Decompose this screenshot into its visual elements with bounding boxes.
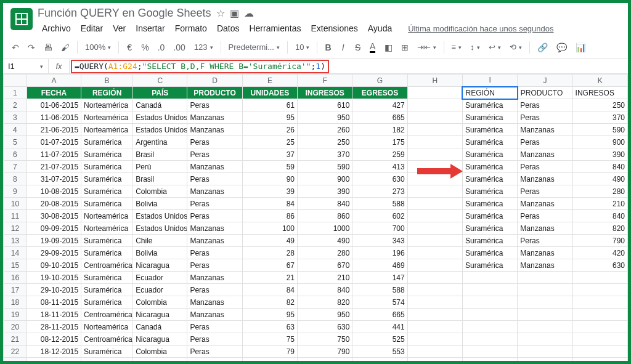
cell-J5[interactable]: Peras bbox=[518, 136, 572, 148]
cell-F23[interactable]: 420 bbox=[298, 358, 352, 365]
cell-E17[interactable]: 84 bbox=[242, 284, 297, 296]
cell-J19[interactable] bbox=[518, 309, 572, 321]
cell-C7[interactable]: Perú bbox=[133, 161, 187, 173]
cell-H23[interactable] bbox=[407, 358, 462, 365]
cell-E16[interactable]: 21 bbox=[242, 272, 297, 284]
cell-K22[interactable] bbox=[572, 346, 627, 358]
cell-K8[interactable]: 490 bbox=[572, 173, 627, 185]
cell-E10[interactable]: 84 bbox=[242, 198, 297, 210]
cell-C10[interactable]: Bolivia bbox=[133, 198, 187, 210]
menu-insertar[interactable]: Insertar bbox=[131, 21, 169, 36]
cell-H6[interactable] bbox=[407, 148, 462, 161]
cell-D14[interactable]: Peras bbox=[187, 247, 242, 259]
cell-F4[interactable]: 260 bbox=[298, 124, 352, 136]
cell-I13[interactable]: Suramérica bbox=[462, 235, 517, 247]
cell-F9[interactable]: 390 bbox=[298, 185, 352, 198]
cell-K23[interactable] bbox=[572, 358, 627, 365]
cell-B22[interactable]: Suramérica bbox=[81, 346, 133, 358]
cell-F18[interactable]: 820 bbox=[298, 296, 352, 309]
cell-I9[interactable]: Suramérica bbox=[462, 185, 517, 198]
cell-G12[interactable]: 700 bbox=[352, 222, 407, 235]
cell-K16[interactable] bbox=[572, 272, 627, 284]
cell-C23[interactable]: Ecuador bbox=[133, 358, 187, 365]
name-box[interactable]: I1 bbox=[3, 59, 49, 73]
cell-D15[interactable]: Peras bbox=[187, 259, 242, 272]
cell-C6[interactable]: Brasil bbox=[133, 148, 187, 161]
cell-I3[interactable]: Suramérica bbox=[462, 111, 517, 124]
currency-icon[interactable]: € bbox=[123, 40, 136, 55]
decimal-increase-icon[interactable]: .00 bbox=[169, 40, 189, 55]
cell-H15[interactable] bbox=[407, 259, 462, 272]
cell-B23[interactable]: Suramérica bbox=[81, 358, 133, 365]
cell-D11[interactable]: Peras bbox=[187, 210, 242, 222]
row-header-21[interactable]: 21 bbox=[4, 333, 27, 346]
cell-I22[interactable] bbox=[462, 346, 517, 358]
cell-H9[interactable] bbox=[407, 185, 462, 198]
cell-A2[interactable]: 01-06-2015 bbox=[26, 99, 81, 111]
cell-F2[interactable]: 610 bbox=[298, 99, 352, 111]
cell-F7[interactable]: 590 bbox=[298, 161, 352, 173]
row-header-6[interactable]: 6 bbox=[4, 148, 27, 161]
cell-B2[interactable]: Norteamérica bbox=[81, 99, 133, 111]
cell-G6[interactable]: 259 bbox=[352, 148, 407, 161]
cell-I2[interactable]: Suramérica bbox=[462, 99, 517, 111]
cell-G22[interactable]: 553 bbox=[352, 346, 407, 358]
cell-D20[interactable]: Peras bbox=[187, 321, 242, 333]
row-header-5[interactable]: 5 bbox=[4, 136, 27, 148]
cell-E1[interactable]: UNIDADES bbox=[242, 87, 297, 99]
menu-ver[interactable]: Ver bbox=[108, 21, 130, 36]
cell-J11[interactable]: Peras bbox=[518, 210, 572, 222]
cell-F11[interactable]: 860 bbox=[298, 210, 352, 222]
cell-D3[interactable]: Manzanas bbox=[187, 111, 242, 124]
cell-E4[interactable]: 26 bbox=[242, 124, 297, 136]
row-header-10[interactable]: 10 bbox=[4, 198, 27, 210]
cell-G21[interactable]: 525 bbox=[352, 333, 407, 346]
halign-icon[interactable]: ≡ bbox=[448, 40, 466, 54]
cell-J1[interactable]: PRODUCTO bbox=[518, 87, 572, 99]
cell-K3[interactable]: 370 bbox=[572, 111, 627, 124]
cell-H12[interactable] bbox=[407, 222, 462, 235]
cell-G8[interactable]: 630 bbox=[352, 173, 407, 185]
cell-A22[interactable]: 18-12-2015 bbox=[26, 346, 81, 358]
cell-K7[interactable]: 840 bbox=[572, 161, 627, 173]
cell-A5[interactable]: 01-07-2015 bbox=[26, 136, 81, 148]
cell-I6[interactable]: Suramérica bbox=[462, 148, 517, 161]
cell-A20[interactable]: 28-11-2015 bbox=[26, 321, 81, 333]
cell-F21[interactable]: 750 bbox=[298, 333, 352, 346]
cell-H13[interactable] bbox=[407, 235, 462, 247]
cell-K1[interactable]: INGRESOS bbox=[572, 87, 627, 99]
cell-K19[interactable] bbox=[572, 309, 627, 321]
cell-G2[interactable]: 427 bbox=[352, 99, 407, 111]
last-edit[interactable]: Última modificación hace unos segundos bbox=[404, 22, 558, 36]
cell-A1[interactable]: FECHA bbox=[26, 87, 81, 99]
cell-I4[interactable]: Suramérica bbox=[462, 124, 517, 136]
text-color-icon[interactable]: A bbox=[366, 39, 380, 55]
cell-A6[interactable]: 11-07-2015 bbox=[26, 148, 81, 161]
col-header-A[interactable]: A bbox=[26, 75, 81, 87]
cell-G11[interactable]: 602 bbox=[352, 210, 407, 222]
row-header-18[interactable]: 18 bbox=[4, 296, 27, 309]
menu-editar[interactable]: Editar bbox=[76, 21, 108, 36]
chart-icon[interactable]: 📊 bbox=[572, 40, 590, 55]
cell-F20[interactable]: 630 bbox=[298, 321, 352, 333]
cell-E9[interactable]: 39 bbox=[242, 185, 297, 198]
row-header-17[interactable]: 17 bbox=[4, 284, 27, 296]
cell-H11[interactable] bbox=[407, 210, 462, 222]
select-all-cell[interactable] bbox=[4, 75, 27, 87]
cell-B18[interactable]: Suramérica bbox=[81, 296, 133, 309]
cell-H5[interactable] bbox=[407, 136, 462, 148]
bold-icon[interactable]: B bbox=[321, 40, 335, 55]
row-header-22[interactable]: 22 bbox=[4, 346, 27, 358]
cell-G19[interactable]: 665 bbox=[352, 309, 407, 321]
cell-I19[interactable] bbox=[462, 309, 517, 321]
cell-G3[interactable]: 665 bbox=[352, 111, 407, 124]
star-icon[interactable]: ☆ bbox=[216, 7, 225, 19]
doc-title[interactable]: Función QUERY en Google Sheets bbox=[38, 7, 211, 20]
cell-I10[interactable]: Suramérica bbox=[462, 198, 517, 210]
cell-B20[interactable]: Norteamérica bbox=[81, 321, 133, 333]
cell-F5[interactable]: 250 bbox=[298, 136, 352, 148]
cell-J10[interactable]: Manzanas bbox=[518, 198, 572, 210]
cell-G1[interactable]: EGRESOS bbox=[352, 87, 407, 99]
cell-B1[interactable]: REGIÓN bbox=[81, 87, 133, 99]
cell-K20[interactable] bbox=[572, 321, 627, 333]
